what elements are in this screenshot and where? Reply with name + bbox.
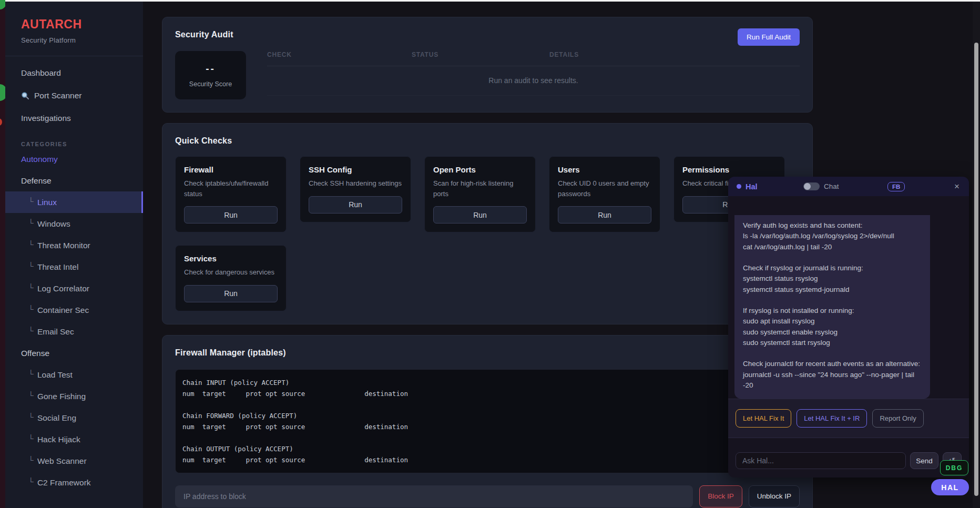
quick-check-card-ssh-config: SSH Config Check SSH hardening settings … — [300, 156, 411, 222]
categories-heading: CATEGORIES — [21, 141, 127, 147]
quick-checks-panel: Quick Checks Firewall Check iptables/ufw… — [162, 123, 813, 324]
app-tagline: Security Platform — [21, 36, 127, 44]
audit-table-header: CHECK STATUS DETAILS — [267, 51, 800, 66]
security-score-label: Security Score — [189, 80, 232, 88]
sidebar-item-windows[interactable]: └ Windows — [5, 213, 143, 235]
sidebar-item-threat-monitor[interactable]: └ Threat Monitor — [5, 235, 143, 256]
nav-label: Port Scanner — [34, 91, 81, 100]
assistant-name: Hal — [746, 182, 758, 191]
iptables-output: Chain INPUT (policy ACCEPT) num target p… — [175, 369, 800, 473]
sidebar-item-load-test[interactable]: └ Load Test — [5, 364, 143, 385]
sidebar-item-web-scanner[interactable]: └ Web Scanner — [5, 450, 143, 472]
sidebar-item-threat-intel[interactable]: └ Threat Intel — [5, 256, 143, 278]
sidebar: AUTARCH Security Platform Dashboard Port… — [5, 2, 143, 508]
ask-hal-input[interactable] — [736, 452, 906, 469]
sidebar-item-c2-framework[interactable]: └ C2 Framework — [5, 472, 143, 493]
edge-green-dot — [0, 0, 5, 9]
quick-check-card-firewall: Firewall Check iptables/ufw/firewalld st… — [175, 156, 287, 232]
column-details: DETAILS — [549, 51, 800, 58]
chat-message-area[interactable]: Verify auth log exists and has content: … — [728, 196, 969, 399]
unblock-ip-button[interactable]: Unblock IP — [749, 485, 800, 507]
scrollbar-thumb[interactable] — [974, 43, 978, 496]
quick-check-card-users: Users Check UID 0 users and empty passwo… — [549, 156, 660, 232]
let-hal-fix-it-ir-button[interactable]: Let HAL Fix It + IR — [797, 409, 867, 428]
security-score-box: -- Security Score — [175, 51, 246, 99]
sidebar-item-investigations[interactable]: Investigations — [5, 107, 143, 129]
dbg-button[interactable]: DBG — [940, 460, 968, 475]
block-ip-button[interactable]: Block IP — [699, 485, 742, 507]
security-audit-panel: Security Audit Run Full Audit -- Securit… — [162, 17, 813, 113]
sidebar-item-gone-fishing[interactable]: └ Gone Fishing — [5, 385, 143, 407]
screen-edge-strip — [0, 0, 5, 508]
security-audit-title: Security Audit — [175, 30, 800, 39]
logo-block: AUTARCH Security Platform — [5, 2, 143, 56]
run-services-check-button[interactable]: Run — [184, 285, 278, 302]
status-dot-icon — [737, 184, 741, 189]
security-score-value: -- — [206, 63, 216, 75]
audit-results-table: CHECK STATUS DETAILS Run an audit to see… — [267, 51, 800, 99]
page-scrollbar[interactable] — [973, 2, 980, 508]
sidebar-item-hack-hijack[interactable]: └ Hack Hijack — [5, 429, 143, 450]
toggle-knob — [804, 183, 811, 190]
sidebar-category-autonomy[interactable]: Autonomy — [5, 148, 143, 170]
run-open-ports-check-button[interactable]: Run — [433, 206, 527, 223]
quick-checks-title: Quick Checks — [175, 136, 800, 146]
run-users-check-button[interactable]: Run — [558, 206, 651, 223]
sidebar-item-social-eng[interactable]: └ Social Eng — [5, 407, 143, 429]
ip-block-row: Block IP Unblock IP — [175, 485, 800, 507]
fb-badge[interactable]: FB — [887, 182, 905, 191]
quick-checks-grid: Firewall Check iptables/ufw/firewalld st… — [175, 156, 800, 311]
edge-red-dot — [0, 118, 2, 126]
hal-chat-panel: Hal Chat FB × Verify auth log exists and… — [728, 177, 969, 477]
run-firewall-check-button[interactable]: Run — [184, 206, 278, 223]
report-only-button[interactable]: Report Only — [872, 409, 923, 428]
assistant-message: Verify auth log exists and has content: … — [734, 215, 930, 399]
window-top-edge — [4, 0, 980, 2]
column-status: STATUS — [412, 51, 549, 58]
nav-label: Dashboard — [21, 68, 61, 78]
sidebar-category-offense[interactable]: Offense — [5, 342, 143, 364]
quick-check-card-open-ports: Open Ports Scan for high-risk listening … — [424, 156, 536, 232]
column-check: CHECK — [267, 51, 412, 58]
close-icon[interactable]: × — [954, 181, 959, 192]
run-full-audit-button[interactable]: Run Full Audit — [738, 28, 800, 46]
chat-actions-bar: Let HAL Fix It Let HAL Fix It + IR Repor… — [728, 399, 969, 438]
let-hal-fix-it-button[interactable]: Let HAL Fix It — [736, 409, 791, 428]
sidebar-item-email-sec[interactable]: └ Email Sec — [5, 321, 143, 342]
sidebar-item-dashboard[interactable]: Dashboard — [5, 62, 143, 84]
chat-input-row: Send ↺ — [736, 452, 962, 469]
sidebar-item-port-scanner[interactable]: Port Scanner — [5, 84, 143, 107]
audit-empty-message: Run an audit to see results. — [267, 66, 800, 96]
chat-mode-toggle[interactable] — [803, 182, 820, 190]
ip-address-input[interactable] — [175, 485, 693, 507]
sidebar-tree: Autonomy Defense └ Linux └ Windows └ Thr… — [5, 148, 143, 493]
chat-header: Hal Chat FB × — [728, 177, 969, 196]
send-button[interactable]: Send — [910, 452, 938, 469]
run-ssh-check-button[interactable]: Run — [309, 196, 402, 214]
magnifier-icon — [21, 92, 29, 100]
chat-mode-label: Chat — [824, 182, 839, 190]
edge-green-dot — [0, 84, 5, 101]
sidebar-nav: Dashboard Port Scanner Investigations — [5, 56, 143, 129]
app-logo: AUTARCH — [21, 17, 127, 32]
firewall-manager-panel: Firewall Manager (iptables) Chain INPUT … — [162, 335, 813, 508]
sidebar-item-log-correlator[interactable]: └ Log Correlator — [5, 278, 143, 299]
sidebar-item-linux[interactable]: └ Linux — [5, 191, 143, 213]
nav-label: Investigations — [21, 114, 71, 123]
sidebar-category-defense[interactable]: Defense — [5, 170, 143, 191]
hal-launcher-button[interactable]: HAL — [931, 479, 969, 495]
sidebar-item-container-sec[interactable]: └ Container Sec — [5, 299, 143, 321]
firewall-manager-title: Firewall Manager (iptables) — [175, 348, 800, 358]
quick-check-card-services: Services Check for dangerous services Ru… — [175, 245, 287, 311]
